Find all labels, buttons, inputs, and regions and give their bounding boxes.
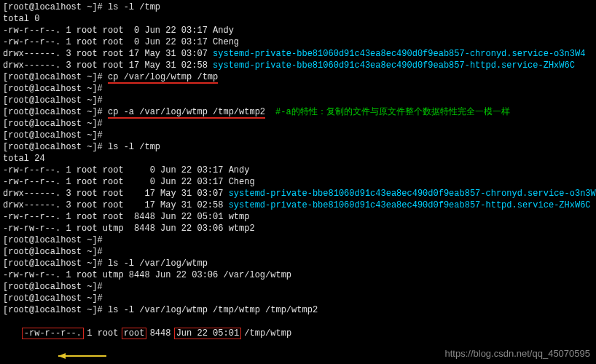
prompt: [root@localhost ~]#: [3, 107, 108, 117]
perm-field: -rw-r--r--.: [24, 328, 82, 339]
prompt: [root@localhost ~]#: [3, 293, 108, 304]
cmd-cp-a: cp -a /var/log/wtmp /tmp/wtmp2: [108, 107, 265, 119]
prompt: [root@localhost ~]#: [3, 95, 108, 106]
ls-row: -rw-r--r--. 1 root root 8448 Jun 22 05:0…: [3, 211, 593, 223]
prompt: [root@localhost ~]#: [3, 2, 108, 12]
cmd-ls: ls -l /var/log/wtmp /tmp/wtmp /tmp/wtmp2: [108, 305, 318, 315]
comment-a-flag: #-a的特性：复制的文件与原文件整个数据特性完全一模一样: [275, 107, 510, 117]
prompt: [root@localhost ~]#: [3, 142, 108, 152]
cmd-ls: ls -l /tmp: [108, 142, 160, 152]
prompt: [root@localhost ~]#: [3, 247, 108, 257]
prompt: [root@localhost ~]#: [3, 282, 108, 292]
ls-prefix: drwx------. 3 root root 17 May 31 02:58: [3, 200, 229, 210]
prompt: [root@localhost ~]#: [3, 258, 108, 269]
prompt: [root@localhost ~]#: [3, 119, 108, 129]
prompt: [root@localhost ~]#: [3, 235, 108, 245]
prompt: [root@localhost ~]#: [3, 72, 108, 82]
ls-prefix: drwx------. 3 root root 17 May 31 02:58: [3, 60, 213, 71]
ls-row: -rw-rw-r--. 1 root utmp 8448 Jun 22 03:0…: [3, 223, 593, 234]
ls-row: -rw-r--r--. 1 root root 0 Jun 22 03:17 C…: [3, 36, 593, 48]
ls-text: /tmp/wtmp: [239, 328, 291, 339]
ls-dirname: systemd-private-bbe81060d91c43ea8ec490d0…: [213, 60, 575, 71]
prompt: [root@localhost ~]#: [3, 84, 108, 94]
ls-text: 8448: [144, 328, 176, 339]
ls-row: -rw-r--r--. 1 root root 0 Jun 22 03:17 A…: [3, 25, 593, 36]
ls-prefix: drwx------. 3 root root 17 May 31 03:07: [3, 189, 229, 199]
group-field: root: [124, 328, 145, 339]
svg-marker-1: [58, 353, 66, 359]
terminal-output: [root@localhost ~]# ls -l /tmp total 0 -…: [0, 0, 596, 364]
ls-row: -rw-r--r--. 1 root root 0 Jun 22 03:17 C…: [3, 176, 593, 188]
date-field: Jun 22 05:01: [176, 328, 239, 339]
cmd-ls: ls -l /tmp: [108, 2, 160, 12]
ls-dirname: systemd-private-bbe81060d91c43ea8ec490d0…: [229, 189, 596, 199]
ls-row: -rw-r--r--. 1 root root 0 Jun 22 03:17 A…: [3, 165, 593, 176]
ls-dirname: systemd-private-bbe81060d91c43ea8ec490d0…: [229, 200, 591, 210]
watermark: https://blog.csdn.net/qq_45070595: [445, 348, 591, 360]
ls-dirname: systemd-private-bbe81060d91c43ea8ec490d0…: [213, 49, 585, 59]
ls-text: 1 root: [82, 328, 124, 339]
output-total: total 0: [3, 13, 593, 25]
ls-row: -rw-rw-r--. 1 root utmp 8448 Jun 22 03:0…: [3, 269, 593, 281]
prompt: [root@localhost ~]#: [3, 305, 108, 315]
ls-prefix: drwx------. 3 root root 17 May 31 03:07: [3, 49, 213, 59]
arrow-icon: [24, 339, 114, 364]
output-total: total 24: [3, 153, 593, 165]
cmd-cp: cp /var/log/wtmp /tmp: [108, 72, 218, 84]
cmd-ls: ls -l /var/log/wtmp: [108, 258, 208, 269]
prompt: [root@localhost ~]#: [3, 130, 108, 141]
